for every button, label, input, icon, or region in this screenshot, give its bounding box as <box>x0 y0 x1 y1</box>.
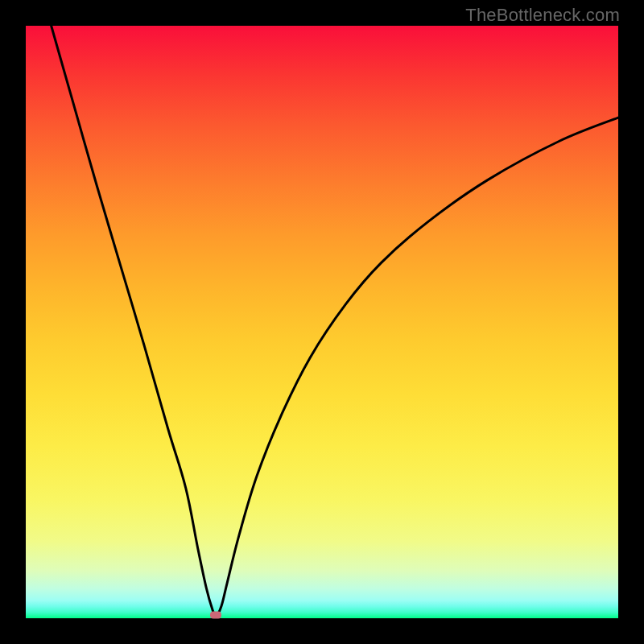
chart-frame: TheBottleneck.com <box>0 0 644 644</box>
plot-area <box>26 26 618 618</box>
bottleneck-curve-line <box>52 26 618 616</box>
minimum-marker <box>210 611 221 618</box>
curve-svg <box>26 26 618 618</box>
watermark-text: TheBottleneck.com <box>465 5 620 26</box>
